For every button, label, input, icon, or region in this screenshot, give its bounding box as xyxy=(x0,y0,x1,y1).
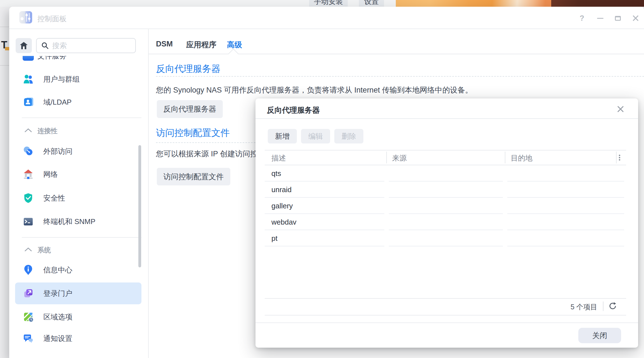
dialog-close-button[interactable] xyxy=(617,105,624,113)
table-row[interactable]: pt xyxy=(265,230,626,246)
help-button[interactable]: ? xyxy=(577,13,587,23)
row-description: webdav xyxy=(271,218,297,227)
row-description: qts xyxy=(271,169,281,178)
regional-options-icon xyxy=(23,311,34,322)
sidebar-item-notification-settings[interactable]: 通知设置 xyxy=(15,329,141,347)
divider xyxy=(255,322,638,323)
sidebar-item-info-center[interactable]: 信息中心 xyxy=(15,261,141,279)
tab-underline xyxy=(148,54,644,54)
search-icon xyxy=(41,42,49,50)
column-header-destination[interactable]: 目的地 xyxy=(511,153,532,163)
access-control-button-label: 访问控制配置文件 xyxy=(164,172,224,182)
access-control-description: 您可以根据来源 IP 创建访问控 xyxy=(156,149,255,160)
users-groups-icon xyxy=(23,74,34,85)
sidebar-item-label: 信息中心 xyxy=(43,265,72,275)
maximize-icon xyxy=(615,16,621,21)
minimize-button[interactable] xyxy=(595,13,605,23)
divider xyxy=(0,65,9,66)
sidebar-item-label: 外部访问 xyxy=(43,147,72,156)
close-icon xyxy=(617,105,624,113)
table-row[interactable]: unraid xyxy=(265,182,626,198)
column-header-description[interactable]: 描述 xyxy=(271,153,286,163)
sidebar-item-domain-ldap[interactable]: 域/LDAP xyxy=(15,93,141,111)
close-icon xyxy=(632,15,639,22)
sidebar-item-file-services-label: 文件服务 xyxy=(37,56,88,60)
close-button-label: 关闭 xyxy=(592,331,607,341)
collapse-chevron-icon[interactable] xyxy=(25,247,32,251)
minimize-icon xyxy=(597,18,603,19)
column-settings-kebab-icon[interactable] xyxy=(619,154,621,162)
table-row[interactable]: qts xyxy=(265,165,626,182)
maximize-button[interactable] xyxy=(613,13,622,23)
dialog-title: 反向代理服务器 xyxy=(267,105,320,115)
row-description: unraid xyxy=(271,185,292,194)
delete-button-label: 删除 xyxy=(342,131,356,141)
login-portal-icon xyxy=(23,288,34,299)
sidebar-scrollbar[interactable] xyxy=(138,145,141,267)
dialog-close-action-button[interactable]: 关闭 xyxy=(578,328,621,343)
sidebar-item-label: 域/LDAP xyxy=(43,97,72,107)
control-panel-app-icon xyxy=(19,11,32,23)
tab-dsm[interactable]: DSM xyxy=(156,40,173,48)
table-border xyxy=(265,150,626,150)
sidebar-group-connectivity[interactable]: 连接性 xyxy=(37,126,58,135)
tab-advanced[interactable]: 高级 xyxy=(227,40,242,50)
network-icon xyxy=(23,169,34,180)
access-control-button[interactable]: 访问控制配置文件 xyxy=(157,168,230,185)
home-button[interactable] xyxy=(16,38,32,53)
sidebar-divider xyxy=(22,117,141,118)
divider xyxy=(0,27,9,27)
edit-button[interactable]: 编辑 xyxy=(301,129,330,143)
sidebar-item-terminal-snmp[interactable]: 终端机和 SNMP xyxy=(15,213,141,230)
reverse-proxy-dialog: 反向代理服务器 新增 编辑 删除 描述 来源 目的地 qts unraid xyxy=(255,98,638,348)
section-heading-reverse-proxy: 反向代理服务器 xyxy=(156,63,221,75)
divider xyxy=(265,298,626,299)
divider xyxy=(148,29,149,358)
add-button[interactable]: 新增 xyxy=(268,129,297,143)
close-window-button[interactable] xyxy=(631,13,640,23)
domain-ldap-icon xyxy=(23,96,34,108)
sidebar-item-label: 通知设置 xyxy=(43,334,72,343)
delete-button[interactable]: 删除 xyxy=(334,129,363,143)
search-placeholder: 搜索 xyxy=(52,41,67,51)
sidebar-item-external-access[interactable]: 外部访问 xyxy=(15,142,141,160)
sidebar-item-users-groups[interactable]: 用户与群组 xyxy=(15,70,141,88)
sidebar-item-label: 网络 xyxy=(43,169,58,179)
sidebar-item-label: 安全性 xyxy=(43,193,65,203)
settings-label: 设置 xyxy=(364,0,379,6)
help-icon: ? xyxy=(580,14,584,23)
background-left-strip: T xyxy=(0,7,9,358)
notification-settings-icon xyxy=(23,333,34,344)
sidebar-group-system[interactable]: 系统 xyxy=(37,246,51,255)
table-row[interactable]: gallery xyxy=(265,198,626,214)
table-row[interactable]: webdav xyxy=(265,214,626,230)
row-description: gallery xyxy=(271,202,293,210)
column-divider[interactable] xyxy=(386,152,387,163)
section-divider xyxy=(156,142,255,143)
divider xyxy=(9,29,644,29)
sidebar-item-label: 区域选项 xyxy=(43,312,72,322)
security-shield-icon xyxy=(23,192,34,204)
column-header-source[interactable]: 来源 xyxy=(392,153,407,163)
divider xyxy=(255,118,638,119)
reverse-proxy-description: 您的 Synology NAS 可用作反向代理服务器，负责将请求从 Intern… xyxy=(156,85,473,95)
reverse-proxy-button[interactable]: 反向代理服务器 xyxy=(157,100,223,118)
sidebar-item-regional-options[interactable]: 区域选项 xyxy=(15,308,141,326)
sidebar-item-label: 登录门户 xyxy=(43,289,72,298)
add-button-label: 新增 xyxy=(275,131,290,141)
tab-applications[interactable]: 应用程序 xyxy=(186,40,216,50)
control-panel-window: 控制面板 ? 搜索 文件服务 用户与群组 xyxy=(9,7,644,358)
sidebar-item-file-services[interactable] xyxy=(23,56,34,61)
sidebar-item-login-portal[interactable]: 登录门户 xyxy=(15,282,141,304)
sidebar-item-security[interactable]: 安全性 xyxy=(15,189,141,207)
refresh-button[interactable] xyxy=(608,302,618,311)
sidebar-item-network[interactable]: 网络 xyxy=(15,165,141,183)
window-title: 控制面板 xyxy=(37,14,67,24)
column-divider[interactable] xyxy=(505,152,505,163)
info-center-icon xyxy=(23,264,34,275)
column-divider xyxy=(616,152,617,163)
manual-install-label: 手动安装 xyxy=(314,0,343,6)
refresh-icon xyxy=(608,302,617,310)
collapse-chevron-icon[interactable] xyxy=(25,128,32,132)
search-input[interactable]: 搜索 xyxy=(36,38,136,53)
